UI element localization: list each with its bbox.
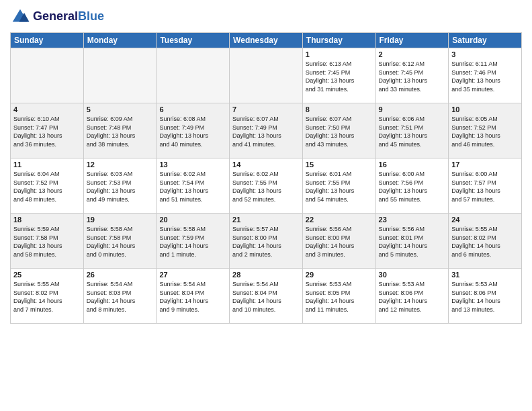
day-info: Sunrise: 6:07 AMSunset: 7:50 PMDaylight:… <box>306 115 373 148</box>
table-row: 22Sunrise: 5:56 AMSunset: 8:00 PMDayligh… <box>302 214 375 269</box>
col-tuesday: Tuesday <box>157 33 230 48</box>
day-number: 25 <box>13 271 81 279</box>
day-info: Sunrise: 6:12 AMSunset: 7:45 PMDaylight:… <box>379 60 446 93</box>
day-number: 4 <box>13 105 81 113</box>
day-info: Sunrise: 5:53 AMSunset: 8:06 PMDaylight:… <box>451 280 519 314</box>
table-row: 13Sunrise: 6:02 AMSunset: 7:54 PMDayligh… <box>157 158 230 214</box>
day-number: 12 <box>87 161 154 169</box>
day-number: 28 <box>232 271 300 279</box>
day-info: Sunrise: 6:13 AMSunset: 7:45 PMDaylight:… <box>306 60 373 93</box>
day-info: Sunrise: 5:59 AMSunset: 7:58 PMDaylight:… <box>13 225 81 259</box>
col-friday: Friday <box>375 33 449 48</box>
day-info: Sunrise: 6:02 AMSunset: 7:55 PMDaylight:… <box>232 170 300 203</box>
day-info: Sunrise: 5:54 AMSunset: 8:04 PMDaylight:… <box>232 280 300 314</box>
table-row: 19Sunrise: 5:58 AMSunset: 7:58 PMDayligh… <box>83 214 157 269</box>
day-info: Sunrise: 6:02 AMSunset: 7:54 PMDaylight:… <box>159 170 226 203</box>
table-row: 26Sunrise: 5:54 AMSunset: 8:03 PMDayligh… <box>83 269 157 324</box>
day-number: 3 <box>451 50 519 58</box>
day-info: Sunrise: 5:54 AMSunset: 8:04 PMDaylight:… <box>159 280 226 314</box>
calendar-week-row: 4Sunrise: 6:10 AMSunset: 7:47 PMDaylight… <box>11 103 522 158</box>
calendar-header-row: Sunday Monday Tuesday Wednesday Thursday… <box>11 33 522 48</box>
table-row: 27Sunrise: 5:54 AMSunset: 8:04 PMDayligh… <box>157 269 230 324</box>
calendar-week-row: 25Sunrise: 5:55 AMSunset: 8:02 PMDayligh… <box>11 269 522 324</box>
table-row: 15Sunrise: 6:01 AMSunset: 7:55 PMDayligh… <box>302 158 375 214</box>
table-row: 18Sunrise: 5:59 AMSunset: 7:58 PMDayligh… <box>11 214 84 269</box>
day-info: Sunrise: 6:10 AMSunset: 7:47 PMDaylight:… <box>13 115 81 148</box>
col-monday: Monday <box>83 33 157 48</box>
logo: GeneralBlue <box>10 7 104 27</box>
day-info: Sunrise: 5:55 AMSunset: 8:02 PMDaylight:… <box>13 280 81 314</box>
table-row: 20Sunrise: 5:58 AMSunset: 7:59 PMDayligh… <box>157 214 230 269</box>
table-row: 25Sunrise: 5:55 AMSunset: 8:02 PMDayligh… <box>11 269 84 324</box>
day-number: 6 <box>159 105 226 113</box>
day-info: Sunrise: 6:08 AMSunset: 7:49 PMDaylight:… <box>159 115 226 148</box>
day-number: 1 <box>306 50 373 58</box>
day-info: Sunrise: 6:03 AMSunset: 7:53 PMDaylight:… <box>87 170 154 203</box>
page: GeneralBlue Sunday Monday Tuesday Wednes… <box>0 0 532 411</box>
table-row: 8Sunrise: 6:07 AMSunset: 7:50 PMDaylight… <box>302 103 375 158</box>
col-wednesday: Wednesday <box>230 33 303 48</box>
day-info: Sunrise: 6:06 AMSunset: 7:51 PMDaylight:… <box>379 115 446 148</box>
day-info: Sunrise: 6:04 AMSunset: 7:52 PMDaylight:… <box>13 170 81 203</box>
day-info: Sunrise: 6:09 AMSunset: 7:48 PMDaylight:… <box>87 115 154 148</box>
logo-icon <box>10 7 30 27</box>
day-info: Sunrise: 5:58 AMSunset: 7:59 PMDaylight:… <box>159 225 226 259</box>
day-number: 19 <box>87 216 154 224</box>
table-row <box>11 48 84 103</box>
table-row: 21Sunrise: 5:57 AMSunset: 8:00 PMDayligh… <box>230 214 303 269</box>
day-info: Sunrise: 6:01 AMSunset: 7:55 PMDaylight:… <box>306 170 373 203</box>
day-number: 18 <box>13 216 81 224</box>
day-info: Sunrise: 5:53 AMSunset: 8:05 PMDaylight:… <box>306 280 373 314</box>
day-info: Sunrise: 5:54 AMSunset: 8:03 PMDaylight:… <box>87 280 154 314</box>
day-number: 9 <box>379 105 446 113</box>
calendar-table: Sunday Monday Tuesday Wednesday Thursday… <box>10 32 522 324</box>
day-number: 10 <box>451 105 519 113</box>
table-row: 4Sunrise: 6:10 AMSunset: 7:47 PMDaylight… <box>11 103 84 158</box>
day-info: Sunrise: 6:00 AMSunset: 7:57 PMDaylight:… <box>451 170 519 203</box>
day-number: 31 <box>451 271 519 279</box>
day-number: 27 <box>159 271 226 279</box>
table-row: 14Sunrise: 6:02 AMSunset: 7:55 PMDayligh… <box>230 158 303 214</box>
table-row: 24Sunrise: 5:55 AMSunset: 8:02 PMDayligh… <box>449 214 522 269</box>
table-row: 1Sunrise: 6:13 AMSunset: 7:45 PMDaylight… <box>302 48 375 103</box>
day-number: 13 <box>159 161 226 169</box>
day-number: 21 <box>232 216 300 224</box>
table-row: 16Sunrise: 6:00 AMSunset: 7:56 PMDayligh… <box>375 158 449 214</box>
day-number: 11 <box>13 161 81 169</box>
table-row: 28Sunrise: 5:54 AMSunset: 8:04 PMDayligh… <box>230 269 303 324</box>
calendar-week-row: 18Sunrise: 5:59 AMSunset: 7:58 PMDayligh… <box>11 214 522 269</box>
table-row: 29Sunrise: 5:53 AMSunset: 8:05 PMDayligh… <box>302 269 375 324</box>
day-info: Sunrise: 6:05 AMSunset: 7:52 PMDaylight:… <box>451 115 519 148</box>
col-thursday: Thursday <box>302 33 375 48</box>
day-number: 14 <box>232 161 300 169</box>
day-number: 24 <box>451 216 519 224</box>
col-sunday: Sunday <box>11 33 84 48</box>
day-number: 20 <box>159 216 226 224</box>
day-number: 5 <box>87 105 154 113</box>
table-row: 12Sunrise: 6:03 AMSunset: 7:53 PMDayligh… <box>83 158 157 214</box>
table-row: 6Sunrise: 6:08 AMSunset: 7:49 PMDaylight… <box>157 103 230 158</box>
day-number: 26 <box>87 271 154 279</box>
day-number: 2 <box>379 50 446 58</box>
day-info: Sunrise: 5:53 AMSunset: 8:06 PMDaylight:… <box>379 280 446 314</box>
col-saturday: Saturday <box>449 33 522 48</box>
day-info: Sunrise: 5:57 AMSunset: 8:00 PMDaylight:… <box>232 225 300 259</box>
table-row: 11Sunrise: 6:04 AMSunset: 7:52 PMDayligh… <box>11 158 84 214</box>
day-info: Sunrise: 6:11 AMSunset: 7:46 PMDaylight:… <box>451 60 519 93</box>
table-row <box>230 48 303 103</box>
table-row: 31Sunrise: 5:53 AMSunset: 8:06 PMDayligh… <box>449 269 522 324</box>
table-row: 17Sunrise: 6:00 AMSunset: 7:57 PMDayligh… <box>449 158 522 214</box>
day-number: 17 <box>451 161 519 169</box>
day-info: Sunrise: 6:00 AMSunset: 7:56 PMDaylight:… <box>379 170 446 203</box>
table-row: 9Sunrise: 6:06 AMSunset: 7:51 PMDaylight… <box>375 103 449 158</box>
day-number: 8 <box>306 105 373 113</box>
day-number: 15 <box>306 161 373 169</box>
table-row: 10Sunrise: 6:05 AMSunset: 7:52 PMDayligh… <box>449 103 522 158</box>
day-number: 7 <box>232 105 300 113</box>
header: GeneralBlue <box>10 7 522 27</box>
calendar-week-row: 11Sunrise: 6:04 AMSunset: 7:52 PMDayligh… <box>11 158 522 214</box>
table-row: 3Sunrise: 6:11 AMSunset: 7:46 PMDaylight… <box>449 48 522 103</box>
table-row: 5Sunrise: 6:09 AMSunset: 7:48 PMDaylight… <box>83 103 157 158</box>
day-number: 23 <box>379 216 446 224</box>
day-number: 30 <box>379 271 446 279</box>
